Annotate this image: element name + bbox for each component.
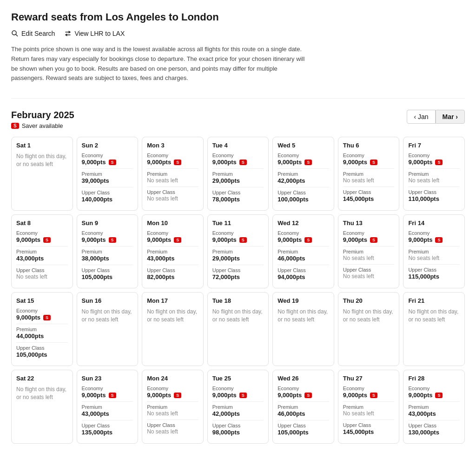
economy-fare-row: Economy9,000ptsS [212, 230, 264, 243]
day-cell[interactable]: Fri 7Economy9,000ptsSPremiumNo seats lef… [403, 137, 465, 211]
fare-divider [147, 420, 198, 420]
next-month-button[interactable]: Mar › [436, 110, 465, 124]
fare-divider [278, 265, 329, 265]
fare-divider [408, 246, 460, 246]
saver-tag: S [174, 160, 181, 165]
day-cell[interactable]: Wed 12Economy9,000ptsSPremium46,000ptsUp… [272, 214, 334, 288]
upper-label: Upper Class [16, 267, 68, 273]
economy-price: 9,000ptsS [278, 159, 329, 166]
economy-label: Economy [147, 386, 198, 391]
fare-divider [212, 168, 264, 169]
premium-fare-row: Premium43,000pts [147, 249, 198, 262]
day-cell[interactable]: Tue 25Economy9,000ptsSPremium42,000ptsUp… [207, 370, 269, 444]
day-cell[interactable]: Thu 27Economy9,000ptsSPremiumNo seats le… [338, 370, 400, 444]
saver-tag: S [370, 160, 377, 165]
edit-search-link[interactable]: Edit Search [11, 30, 55, 37]
day-cell[interactable]: Sun 2Economy9,000ptsSPremium39,000ptsUpp… [77, 137, 139, 211]
upper-price: No seats left [147, 428, 198, 435]
premium-label: Premium [147, 171, 198, 177]
saver-tag: S [435, 393, 443, 398]
economy-price: 9,000ptsS [147, 392, 198, 399]
day-cell[interactable]: Wed 5Economy9,000ptsSPremium42,000ptsUpp… [272, 137, 334, 211]
day-cell[interactable]: Tue 4Economy9,000ptsSPremium29,000ptsUpp… [207, 137, 269, 211]
upper-price: 115,000pts [408, 273, 460, 280]
no-flight-text: No flight on this day, or no seats left [343, 308, 395, 324]
day-cell[interactable]: Mon 3Economy9,000ptsSPremiumNo seats lef… [142, 137, 204, 211]
upper-label: Upper Class [278, 190, 329, 195]
fare-divider [343, 264, 395, 265]
saver-tag: S [43, 237, 51, 243]
economy-price: 9,000ptsS [82, 236, 133, 243]
upper-fare-row: Upper Class78,000pts [212, 190, 264, 203]
upper-price: 105,000pts [278, 429, 329, 436]
day-label: Thu 13 [343, 220, 395, 226]
economy-label: Economy [212, 386, 264, 391]
economy-price: 9,000ptsS [212, 159, 264, 166]
economy-label: Economy [278, 153, 329, 158]
day-label: Sat 8 [16, 220, 68, 226]
no-flight-text: No flight on this day, or no seats left [408, 308, 460, 324]
day-cell[interactable]: Sun 9Economy9,000ptsSPremium38,000ptsUpp… [77, 214, 139, 288]
economy-fare-row: Economy9,000ptsS [212, 153, 264, 166]
day-cell[interactable]: Tue 11Economy9,000ptsSPremium29,000ptsUp… [207, 214, 269, 288]
prev-month-button[interactable]: ‹ Jan [407, 110, 435, 124]
upper-fare-row: Upper ClassNo seats left [147, 189, 198, 202]
day-cell: Wed 19No flight on this day, or no seats… [272, 292, 334, 366]
premium-label: Premium [82, 404, 133, 410]
economy-fare-row: Economy9,000ptsS [147, 153, 198, 166]
upper-price: 135,000pts [82, 429, 133, 436]
upper-fare-row: Upper Class82,000pts [147, 267, 198, 280]
saver-badge: S Saver available [11, 122, 74, 129]
economy-label: Economy [82, 230, 133, 236]
economy-label: Economy [82, 386, 133, 391]
day-cell: Sat 22No flight on this day, or no seats… [11, 370, 73, 444]
fare-divider [408, 187, 460, 187]
premium-fare-row: Premium42,000pts [212, 404, 264, 417]
calendar-header: February 2025 S Saver available ‹ Jan Ma… [11, 110, 465, 129]
view-reverse-link[interactable]: View LHR to LAX [64, 30, 125, 37]
upper-fare-row: Upper Class110,000pts [408, 189, 460, 202]
economy-price: 9,000ptsS [147, 236, 198, 243]
saver-tag: S [43, 315, 51, 320]
fare-divider [343, 187, 395, 187]
fare-divider [343, 420, 395, 420]
page-title: Reward seats from Los Angeles to London [11, 11, 465, 23]
fare-divider [16, 246, 68, 246]
upper-label: Upper Class [278, 423, 329, 428]
economy-price: 9,000ptsS [343, 159, 395, 166]
economy-price: 9,000ptsS [147, 159, 198, 166]
day-cell[interactable]: Fri 14Economy9,000ptsSPremiumNo seats le… [403, 214, 465, 288]
day-cell[interactable]: Fri 28Economy9,000ptsSPremium43,000ptsUp… [403, 370, 465, 444]
saver-tag: S [239, 237, 247, 243]
day-cell[interactable]: Sat 15Economy9,000ptsSPremium44,000ptsUp… [11, 292, 73, 366]
upper-price: 78,000pts [212, 196, 264, 203]
day-label: Tue 4 [212, 142, 264, 149]
upper-label: Upper Class [82, 267, 133, 273]
fare-divider [82, 168, 133, 169]
day-cell[interactable]: Sat 8Economy9,000ptsSPremium43,000ptsUpp… [11, 214, 73, 288]
economy-label: Economy [16, 230, 68, 236]
day-label: Mon 3 [147, 142, 198, 149]
saver-tag: S [304, 160, 312, 165]
upper-fare-row: Upper Class98,000pts [212, 423, 264, 436]
info-text: The points price shown is one way and is… [11, 45, 309, 83]
day-cell[interactable]: Thu 13Economy9,000ptsSPremiumNo seats le… [338, 214, 400, 288]
fare-divider [408, 420, 460, 420]
day-cell[interactable]: Thu 6Economy9,000ptsSPremiumNo seats lef… [338, 137, 400, 211]
premium-label: Premium [16, 249, 68, 254]
day-cell[interactable]: Mon 24Economy9,000ptsSPremiumNo seats le… [142, 370, 204, 444]
calendar-grid: Sat 1No flight on this day, or no seats … [11, 137, 465, 444]
upper-label: Upper Class [343, 189, 395, 195]
fare-divider [16, 342, 68, 343]
upper-fare-row: Upper ClassNo seats left [343, 267, 395, 280]
economy-fare-row: Economy9,000ptsS [408, 230, 460, 243]
upper-fare-row: Upper Class72,000pts [212, 267, 264, 280]
day-cell[interactable]: Sun 23Economy9,000ptsSPremium43,000ptsUp… [77, 370, 139, 444]
fare-divider [278, 187, 329, 187]
premium-fare-row: PremiumNo seats left [343, 249, 395, 261]
fare-divider [147, 168, 198, 169]
day-cell[interactable]: Mon 10Economy9,000ptsSPremium43,000ptsUp… [142, 214, 204, 288]
upper-label: Upper Class [408, 267, 460, 273]
upper-label: Upper Class [343, 267, 395, 273]
day-cell[interactable]: Wed 26Economy9,000ptsSPremium46,000ptsUp… [272, 370, 334, 444]
